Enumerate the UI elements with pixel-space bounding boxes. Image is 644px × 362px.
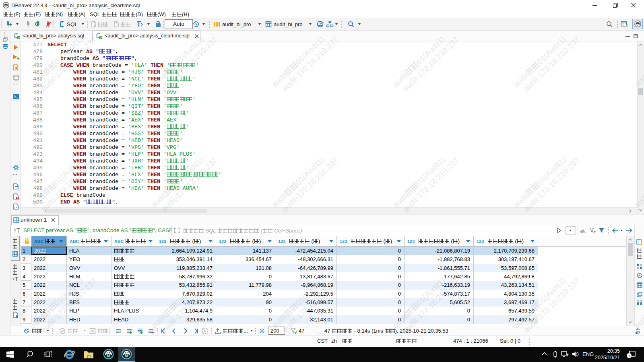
svg-text:1: 1 (628, 354, 630, 358)
svg-text:(x): (x) (14, 206, 19, 209)
